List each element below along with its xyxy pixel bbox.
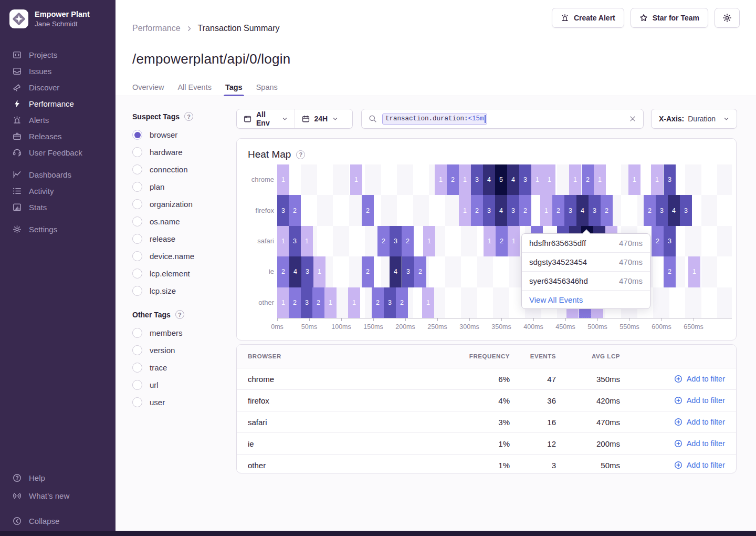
heatmap-cell-other[interactable]: 1 <box>348 287 360 318</box>
tag-option-device-name[interactable]: device.name <box>132 251 233 261</box>
heatmap-cell-ie[interactable]: 3 <box>402 256 414 287</box>
heatmap-cell-firefox[interactable]: 2 <box>644 195 656 225</box>
radio-lcp-element[interactable] <box>132 269 142 279</box>
sidebar-item-dashboards[interactable]: Dashboards <box>13 169 116 180</box>
heatmap-cell-ie[interactable]: 4 <box>390 256 402 287</box>
tag-option-organization[interactable]: organization <box>132 199 233 209</box>
create-alert-button[interactable]: Create Alert <box>552 8 624 28</box>
tag-option-connection[interactable]: connection <box>132 164 233 174</box>
heatmap-cell-other[interactable]: 3 <box>384 287 396 318</box>
heatmap-cell-chrome[interactable]: 1 <box>543 164 555 195</box>
xaxis-dropdown[interactable]: X-Axis: Duration <box>651 109 737 129</box>
radio-hardware[interactable] <box>132 147 142 157</box>
sidebar-item-activity[interactable]: Activity <box>13 185 116 197</box>
sidebar-item-discover[interactable]: Discover <box>13 82 116 93</box>
heatmap-cell-safari[interactable]: 2 <box>652 226 664 256</box>
heatmap-cell-firefox[interactable]: 3 <box>656 195 668 225</box>
search-token[interactable]: transaction.duration:<15m <box>382 114 487 125</box>
sidebar-item-settings[interactable]: Settings <box>13 224 116 235</box>
heatmap-cell-other[interactable]: 3 <box>301 287 313 318</box>
help-circle-icon[interactable]: ? <box>184 112 193 121</box>
star-for-team-button[interactable]: Star for Team <box>631 8 708 28</box>
heatmap-cell-safari[interactable]: 2 <box>402 226 414 256</box>
sidebar-item-performance[interactable]: Performance <box>13 98 116 109</box>
heatmap-cell-chrome[interactable]: 4 <box>507 164 519 195</box>
heatmap-cell-ie[interactable]: 2 <box>414 256 426 287</box>
org-switcher[interactable]: Empower Plant Jane Schmidt <box>0 0 116 35</box>
heatmap-cell-safari[interactable]: 1 <box>423 226 435 256</box>
radio-trace[interactable] <box>132 363 142 373</box>
heatmap-cell-ie[interactable]: 2 <box>362 256 374 287</box>
tag-option-plan[interactable]: plan <box>132 182 233 192</box>
tab-all-events[interactable]: All Events <box>177 78 211 96</box>
add-to-filter-button[interactable]: Add to filter <box>620 375 725 383</box>
add-to-filter-button[interactable]: Add to filter <box>620 461 725 469</box>
heatmap-cell-other[interactable]: 1 <box>277 287 289 318</box>
heatmap-cell-safari[interactable]: 3 <box>289 226 301 256</box>
heatmap-cell-other[interactable]: 2 <box>289 287 301 318</box>
heatmap-cell-ie[interactable]: 1 <box>313 256 326 287</box>
breadcrumb-performance[interactable]: Performance <box>132 24 181 33</box>
radio-url[interactable] <box>132 380 142 390</box>
sidebar-item-collapse[interactable]: Collapse <box>13 516 69 527</box>
help-circle-icon[interactable]: ? <box>296 150 305 159</box>
heatmap-cell-firefox[interactable]: 3 <box>589 195 601 225</box>
radio-os-name[interactable] <box>132 217 142 226</box>
radio-version[interactable] <box>132 345 142 355</box>
tag-option-user[interactable]: user <box>132 397 233 407</box>
heatmap-cell-firefox[interactable]: 1 <box>540 195 552 225</box>
heatmap-cell-safari[interactable]: 3 <box>390 226 402 256</box>
radio-plan[interactable] <box>132 182 142 192</box>
tag-option-lcp-size[interactable]: lcp.size <box>132 286 233 296</box>
heatmap-cell-firefox[interactable]: 4 <box>495 195 507 225</box>
sidebar-item-alerts[interactable]: Alerts <box>13 115 116 126</box>
heatmap-cell-chrome[interactable]: 1 <box>628 164 640 195</box>
tag-option-version[interactable]: version <box>132 345 233 355</box>
heatmap-cell-other[interactable]: 1 <box>324 287 337 318</box>
heatmap-cell-ie[interactable]: 2 <box>664 256 676 287</box>
heatmap-cell-chrome[interactable]: 4 <box>483 164 495 195</box>
tag-option-url[interactable]: url <box>132 380 233 390</box>
heatmap-cell-firefox[interactable]: 3 <box>483 195 495 225</box>
heatmap-cell-safari[interactable]: 1 <box>277 226 289 256</box>
view-all-events-link[interactable]: View All Events <box>522 291 650 308</box>
heatmap-cell-firefox[interactable]: 4 <box>576 195 589 225</box>
search-input[interactable]: transaction.duration:<15m <box>361 109 644 129</box>
radio-browser[interactable] <box>132 130 142 140</box>
tag-option-os-name[interactable]: os.name <box>132 217 233 226</box>
heatmap-cell-firefox[interactable]: 4 <box>668 195 680 225</box>
radio-members[interactable] <box>132 328 142 338</box>
heatmap-cell-other[interactable]: 1 <box>422 287 434 318</box>
heatmap-cell-chrome[interactable]: 1 <box>651 164 663 195</box>
add-to-filter-button[interactable]: Add to filter <box>620 418 725 426</box>
radio-device-name[interactable] <box>132 251 142 261</box>
heatmap-cell-chrome[interactable]: 2 <box>582 164 594 195</box>
radio-user[interactable] <box>132 397 142 407</box>
heatmap-cell-chrome[interactable]: 1 <box>569 164 581 195</box>
sidebar-item-what-s-new[interactable]: What’s new <box>13 490 69 501</box>
radio-lcp-size[interactable] <box>132 286 142 296</box>
heatmap-cell-chrome[interactable]: 5 <box>495 164 507 195</box>
tag-option-hardware[interactable]: hardware <box>132 147 233 157</box>
heatmap-cell-safari[interactable]: 2 <box>377 226 390 256</box>
heatmap-cell-safari[interactable]: 3 <box>664 226 676 256</box>
add-to-filter-button[interactable]: Add to filter <box>620 439 725 448</box>
heatmap-cell-chrome[interactable]: 3 <box>519 164 531 195</box>
sidebar-item-projects[interactable]: Projects <box>13 49 116 60</box>
sidebar-item-stats[interactable]: Stats <box>13 202 116 213</box>
heatmap-cell-firefox[interactable]: 3 <box>507 195 519 225</box>
heatmap-cell-firefox[interactable]: 2 <box>471 195 483 225</box>
heatmap-cell-safari[interactable]: 1 <box>508 226 520 256</box>
radio-organization[interactable] <box>132 199 142 209</box>
tag-option-lcp-element[interactable]: lcp.element <box>132 269 233 279</box>
sidebar-item-issues[interactable]: Issues <box>13 66 116 77</box>
heatmap-cell-firefox[interactable]: 2 <box>601 195 613 225</box>
tag-option-browser[interactable]: browser <box>132 130 233 140</box>
heatmap-cell-safari[interactable]: 1 <box>484 226 496 256</box>
heatmap-cell-other[interactable]: 2 <box>312 287 324 318</box>
tab-overview[interactable]: Overview <box>132 78 164 96</box>
heatmap-cell-chrome[interactable]: 1 <box>350 164 362 195</box>
radio-release[interactable] <box>132 234 142 244</box>
env-dropdown[interactable]: All Env <box>237 109 295 128</box>
time-range-dropdown[interactable]: 24H <box>295 109 353 128</box>
